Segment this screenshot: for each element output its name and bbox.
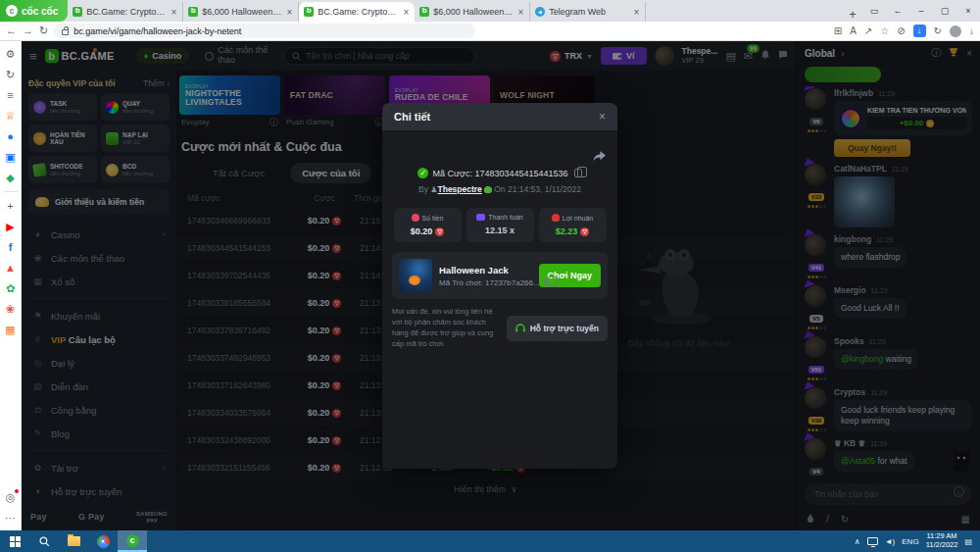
browser-side-strip: ⚙↻≡♕●▣◆+▶f▲✿❀▦◎⋯	[0, 41, 22, 530]
windows-taskbar: c ∧ ◄) ENG 11:29 AM 11/2/2022 ▤	[0, 530, 980, 552]
game-card: Halloween Jack Mã Trò chơi: 17237b7a266.…	[392, 252, 608, 299]
zalo-icon[interactable]: ▣	[4, 150, 18, 164]
new-tab-button[interactable]: +	[843, 8, 862, 22]
restore-tab-icon[interactable]: ←	[886, 0, 909, 22]
save-page-icon[interactable]: ⊞	[834, 25, 842, 36]
browser-tab[interactable]: Telegram Web×	[530, 2, 646, 22]
crown-icon[interactable]: ♕	[4, 109, 18, 123]
url-text: bc.game/vi/game/halloween-jack-by-netent	[74, 26, 241, 36]
start-button[interactable]	[0, 530, 29, 552]
user-glyph-icon: ♟	[430, 185, 437, 194]
notification-center-icon[interactable]: ▤	[964, 537, 972, 546]
settings-icon[interactable]: ⚙	[4, 47, 18, 61]
browser-tab-bar: c cốc cốc BC.Game: Crypto Casino Gan×$6,…	[0, 0, 980, 22]
bcgame-favicon-icon	[304, 7, 314, 17]
games-icon[interactable]: ◆	[4, 171, 18, 184]
bet-byline: By ♟Thespectre On 21:14:53, 1/11/2022	[392, 184, 608, 194]
network-icon[interactable]	[867, 537, 878, 545]
sync-icon[interactable]: ↻	[934, 25, 942, 36]
game-title: Halloween Jack	[439, 265, 532, 276]
bet-user-link[interactable]: Thespectre	[438, 184, 482, 194]
divider	[4, 191, 18, 192]
facebook-icon[interactable]: f	[4, 240, 18, 254]
reload-icon[interactable]: ↻	[39, 25, 48, 36]
copy-icon[interactable]	[574, 169, 582, 177]
modal-title: Chi tiết	[394, 111, 430, 123]
coccoc-logo-icon: c	[6, 5, 18, 17]
download-icon[interactable]: ↓	[913, 25, 926, 37]
tab-close-icon[interactable]: ×	[402, 7, 410, 18]
stat-label: Số tiền	[394, 214, 462, 222]
modal-close-icon[interactable]: ×	[599, 110, 606, 124]
cart-icon[interactable]: ▦	[4, 323, 18, 336]
tray-chevron-icon[interactable]: ∧	[855, 537, 860, 546]
share-icon[interactable]	[593, 148, 606, 166]
modal-header: Chi tiết ×	[382, 103, 617, 130]
trx-coin-icon: ▽	[580, 227, 589, 236]
tab-close-icon[interactable]: ×	[285, 7, 293, 18]
language-indicator[interactable]: ENG	[902, 537, 918, 546]
translate-icon[interactable]: A	[850, 25, 857, 36]
payout-icon	[476, 214, 485, 221]
tab-label: $6,000 Halloween Slot Battl	[433, 7, 513, 17]
adblock-icon[interactable]: ⊘	[897, 25, 905, 36]
bet-datetime: 21:14:53, 1/11/2022	[508, 184, 581, 194]
profile-icon[interactable]	[950, 25, 961, 37]
coccoc-brand-label: cốc cốc	[22, 6, 58, 17]
telegram-favicon-icon	[535, 7, 545, 17]
on-label: On	[494, 184, 505, 194]
file-explorer-button[interactable]	[59, 530, 88, 552]
maximize-button[interactable]: ▢	[933, 0, 956, 22]
downloads-icon[interactable]: ↓	[969, 25, 974, 36]
browser-tab[interactable]: $6,000 Halloween Slot Battl×	[415, 2, 530, 22]
shopee-icon[interactable]: ▲	[4, 261, 18, 275]
minimize-button[interactable]: –	[909, 0, 933, 22]
browser-tab[interactable]: BC.Game: Crypto Casino Gan×	[68, 2, 183, 22]
star-icon[interactable]: ☆	[880, 25, 889, 36]
clock[interactable]: 11:29 AM 11/2/2022	[926, 532, 958, 549]
tab-close-icon[interactable]: ×	[516, 7, 524, 18]
reading-list-icon[interactable]: ≡	[4, 88, 18, 102]
live-support-button[interactable]: Hỗ trợ trực tuyến	[507, 316, 608, 341]
address-bar: ← → ↻ bc.game/vi/game/halloween-jack-by-…	[0, 22, 980, 41]
history-icon[interactable]: ↻	[4, 68, 18, 81]
stat-payout: Thanh toán12.15 x	[466, 208, 534, 242]
stickers-icon[interactable]: ❀	[4, 302, 18, 316]
coccoc-taskbar-button[interactable]: c	[118, 530, 147, 552]
browser-tab[interactable]: BC.Game: Crypto Casino Gan×	[299, 2, 415, 22]
coccoc-brand[interactable]: c cốc cốc	[0, 0, 68, 22]
trx-coin-icon: ▽	[435, 227, 444, 236]
close-button[interactable]: ×	[956, 0, 980, 22]
taskbar-search-button[interactable]	[29, 530, 59, 552]
notifications-icon[interactable]: ◎	[4, 490, 18, 504]
back-icon[interactable]: ←	[6, 25, 17, 36]
bcgame-favicon-icon	[73, 7, 82, 17]
messenger-icon[interactable]: ●	[4, 129, 18, 143]
tab-label: $6,000 Halloween Slot Battl	[202, 7, 281, 17]
stat-profit: Lợi nhuận$2.23▽	[539, 208, 607, 242]
bet-id-text: Mã Cược: 1748303445415441536	[432, 169, 567, 178]
frog-emoji-icon	[484, 186, 492, 193]
bet-id-line: ✓ Mã Cược: 1748303445415441536	[392, 168, 608, 178]
volume-icon[interactable]: ◄)	[885, 537, 896, 546]
tab-label: BC.Game: Crypto Casino Gan	[86, 7, 166, 17]
system-tray: ∧ ◄) ENG 11:29 AM 11/2/2022 ▤	[855, 532, 980, 549]
url-box[interactable]: bc.game/vi/game/halloween-jack-by-netent	[54, 24, 475, 38]
browser-tab[interactable]: $6,000 Halloween Slot Battl×	[183, 2, 299, 22]
youtube-icon[interactable]: ▶	[4, 220, 18, 233]
game-thumbnail[interactable]	[399, 259, 432, 292]
stat-label: Lợi nhuận	[539, 214, 607, 222]
live-support-label: Hỗ trợ trực tuyến	[530, 324, 599, 333]
stat-value: $0.20▽	[394, 226, 462, 236]
copy-icon[interactable]	[545, 278, 547, 287]
more-icon[interactable]: ⋯	[4, 511, 18, 525]
panel-icon[interactable]: ▭	[862, 0, 886, 22]
chrome-button[interactable]	[88, 530, 118, 552]
tab-close-icon[interactable]: ×	[170, 7, 177, 18]
share-icon[interactable]: ↗	[864, 25, 872, 36]
forward-icon[interactable]: →	[23, 25, 33, 36]
tab-close-icon[interactable]: ×	[632, 7, 640, 18]
add-icon[interactable]: +	[4, 199, 18, 213]
gift-icon[interactable]: ✿	[4, 281, 18, 295]
amount-icon	[412, 214, 419, 222]
